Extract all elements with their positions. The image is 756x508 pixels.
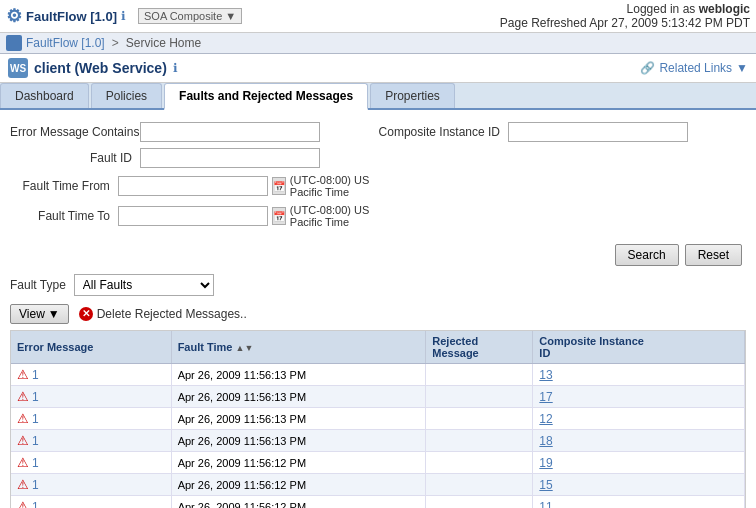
- service-icon: WS: [8, 58, 28, 78]
- cell-error-message: ⚠ 1: [11, 496, 171, 509]
- cell-rejected: [426, 474, 533, 496]
- message-text: 1: [32, 501, 39, 508]
- fault-id-input[interactable]: [140, 148, 320, 168]
- message-text: 1: [32, 391, 39, 403]
- fault-type-select[interactable]: All Faults System Faults Business Faults…: [74, 274, 214, 296]
- message-text: 1: [32, 457, 39, 469]
- top-bar: ⚙ FaultFlow [1.0] ℹ SOA Composite ▼ Logg…: [0, 0, 756, 33]
- fault-time-to-label: Fault Time To: [10, 209, 118, 223]
- chevron-down-icon: ▼: [736, 61, 748, 75]
- breadcrumb-bar: FaultFlow [1.0] > Service Home: [0, 33, 756, 54]
- message-text: 1: [32, 435, 39, 447]
- soa-logo: [6, 35, 22, 51]
- cell-error-message: ⚠ 1: [11, 430, 171, 452]
- col-fault-time[interactable]: Fault Time ▲▼: [171, 331, 426, 364]
- composite-id-link[interactable]: 15: [539, 478, 552, 492]
- composite-id-link[interactable]: 13: [539, 368, 552, 382]
- faults-table-container: Error Message Fault Time ▲▼ RejectedMess…: [10, 330, 746, 508]
- delete-rejected-button[interactable]: ✕ Delete Rejected Messages..: [79, 307, 247, 321]
- reset-button[interactable]: Reset: [685, 244, 742, 266]
- soa-composite-dropdown[interactable]: SOA Composite ▼: [138, 8, 242, 24]
- breadcrumb-sep: >: [112, 36, 119, 50]
- top-bar-right: Logged in as weblogic Page Refreshed Apr…: [500, 2, 750, 30]
- service-info-icon[interactable]: ℹ: [173, 61, 178, 75]
- table-row: ⚠ 1 Apr 26, 2009 11:56:13 PM 13: [11, 364, 745, 386]
- col-error-message: Error Message: [11, 331, 171, 364]
- page-header: WS client (Web Service) ℹ 🔗 Related Link…: [0, 54, 756, 83]
- fault-time-to-calendar-icon[interactable]: 📅: [272, 207, 286, 225]
- cell-error-message: ⚠ 1: [11, 474, 171, 496]
- page-refresh-time: Page Refreshed Apr 27, 2009 5:13:42 PM P…: [500, 16, 750, 30]
- search-button[interactable]: Search: [615, 244, 679, 266]
- tab-properties[interactable]: Properties: [370, 83, 455, 108]
- tab-dashboard[interactable]: Dashboard: [0, 83, 89, 108]
- message-text: 1: [32, 479, 39, 491]
- tab-faults[interactable]: Faults and Rejected Messages: [164, 83, 368, 110]
- cell-composite-id[interactable]: 17: [533, 386, 745, 408]
- fault-time-to-input[interactable]: [118, 206, 268, 226]
- page-title: client (Web Service): [34, 60, 167, 76]
- error-icon: ⚠: [17, 455, 29, 470]
- view-delete-row: View ▼ ✕ Delete Rejected Messages..: [10, 304, 746, 324]
- cell-composite-id[interactable]: 11: [533, 496, 745, 509]
- fault-time-to-timezone: (UTC-08:00) US Pacific Time: [290, 204, 378, 228]
- page-header-left: WS client (Web Service) ℹ: [8, 58, 178, 78]
- table-row: ⚠ 1 Apr 26, 2009 11:56:12 PM 15: [11, 474, 745, 496]
- fault-type-row: Fault Type All Faults System Faults Busi…: [10, 274, 746, 296]
- cell-error-message: ⚠ 1: [11, 364, 171, 386]
- error-message-input[interactable]: [140, 122, 320, 142]
- form-right: Composite Instance ID: [378, 120, 746, 236]
- login-status: Logged in as weblogic: [500, 2, 750, 16]
- delete-label: Delete Rejected Messages..: [97, 307, 247, 321]
- cell-fault-time: Apr 26, 2009 11:56:13 PM: [171, 364, 426, 386]
- app-title: FaultFlow [1.0]: [26, 9, 117, 24]
- cell-error-message: ⚠ 1: [11, 408, 171, 430]
- cell-composite-id[interactable]: 15: [533, 474, 745, 496]
- view-chevron-icon: ▼: [48, 307, 60, 321]
- link-icon: 🔗: [640, 61, 655, 75]
- composite-id-input[interactable]: [508, 122, 688, 142]
- cell-fault-time: Apr 26, 2009 11:56:12 PM: [171, 496, 426, 509]
- error-icon: ⚠: [17, 477, 29, 492]
- table-row: ⚠ 1 Apr 26, 2009 11:56:12 PM 19: [11, 452, 745, 474]
- fault-time-from-label: Fault Time From: [10, 179, 118, 193]
- composite-id-link[interactable]: 17: [539, 390, 552, 404]
- app-info-icon[interactable]: ℹ: [121, 9, 126, 23]
- table-header-row: Error Message Fault Time ▲▼ RejectedMess…: [11, 331, 745, 364]
- faultflow-icon: ⚙: [6, 5, 22, 27]
- col-rejected-message: RejectedMessage: [426, 331, 533, 364]
- fault-time-to-controls: 📅 (UTC-08:00) US Pacific Time: [118, 204, 378, 228]
- cell-rejected: [426, 496, 533, 509]
- view-button[interactable]: View ▼: [10, 304, 69, 324]
- composite-id-row: Composite Instance ID: [378, 122, 746, 142]
- error-message-row: Error Message Contains: [10, 122, 378, 142]
- fault-time-from-input[interactable]: [118, 176, 268, 196]
- tab-bar: Dashboard Policies Faults and Rejected M…: [0, 83, 756, 110]
- cell-composite-id[interactable]: 13: [533, 364, 745, 386]
- composite-id-label: Composite Instance ID: [378, 125, 508, 139]
- faults-table: Error Message Fault Time ▲▼ RejectedMess…: [11, 331, 745, 508]
- cell-composite-id[interactable]: 19: [533, 452, 745, 474]
- cell-fault-time: Apr 26, 2009 11:56:13 PM: [171, 408, 426, 430]
- cell-fault-time: Apr 26, 2009 11:56:13 PM: [171, 386, 426, 408]
- error-message-label: Error Message Contains: [10, 125, 140, 139]
- composite-id-link[interactable]: 11: [539, 500, 552, 509]
- cell-fault-time: Apr 26, 2009 11:56:12 PM: [171, 474, 426, 496]
- breadcrumb-faultflow[interactable]: FaultFlow [1.0]: [26, 36, 105, 50]
- cell-composite-id[interactable]: 12: [533, 408, 745, 430]
- table-row: ⚠ 1 Apr 26, 2009 11:56:13 PM 17: [11, 386, 745, 408]
- cell-composite-id[interactable]: 18: [533, 430, 745, 452]
- related-links-button[interactable]: 🔗 Related Links ▼: [640, 61, 748, 75]
- tab-policies[interactable]: Policies: [91, 83, 162, 108]
- error-icon: ⚠: [17, 367, 29, 382]
- table-row: ⚠ 1 Apr 26, 2009 11:56:12 PM 11: [11, 496, 745, 509]
- delete-icon: ✕: [79, 307, 93, 321]
- fault-type-label: Fault Type: [10, 278, 66, 292]
- composite-id-link[interactable]: 19: [539, 456, 552, 470]
- composite-id-link[interactable]: 12: [539, 412, 552, 426]
- composite-id-link[interactable]: 18: [539, 434, 552, 448]
- top-bar-left: ⚙ FaultFlow [1.0] ℹ SOA Composite ▼: [6, 5, 242, 27]
- fault-time-from-calendar-icon[interactable]: 📅: [272, 177, 286, 195]
- error-icon: ⚠: [17, 411, 29, 426]
- cell-rejected: [426, 430, 533, 452]
